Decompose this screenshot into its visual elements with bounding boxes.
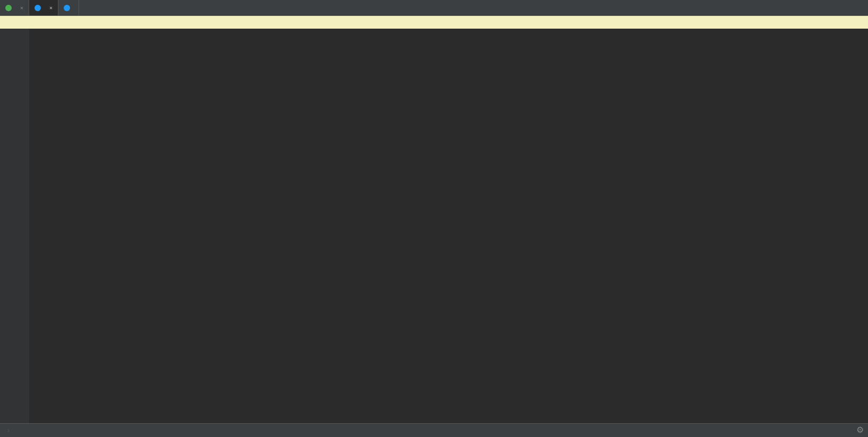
tab-icon-3: [64, 5, 70, 11]
code-area: [0, 29, 868, 423]
tab-close-1[interactable]: ✕: [20, 5, 23, 11]
status-bar: › ⚙: [0, 423, 868, 437]
line-numbers: [0, 29, 29, 423]
tab-icon-1: [5, 5, 12, 11]
status-separator: ›: [7, 427, 10, 434]
tab-default-listable-bean-factory[interactable]: ✕: [29, 0, 58, 15]
tab-bar: ✕ ✕: [0, 0, 868, 16]
gear-icon[interactable]: ⚙: [856, 425, 864, 435]
tab-abstract-application-context[interactable]: [58, 0, 79, 15]
tab-icon-2: [35, 5, 41, 11]
tab-close-2[interactable]: ✕: [49, 5, 53, 11]
info-bar: [0, 16, 868, 29]
code-lines[interactable]: [29, 29, 868, 423]
tab-bean-definition-registry[interactable]: ✕: [0, 0, 29, 15]
